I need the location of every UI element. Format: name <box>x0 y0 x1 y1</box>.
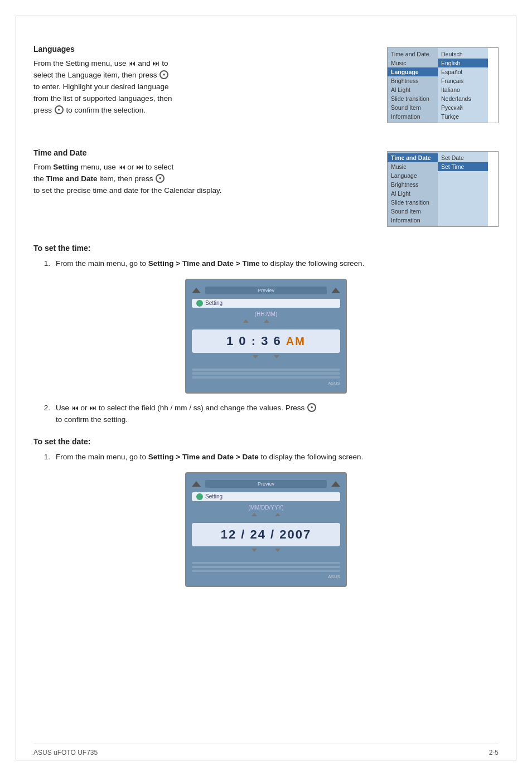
td-menu-left: Time and Date Music Language Brightness … <box>388 152 438 226</box>
date-setting-icon <box>196 493 203 500</box>
date-screen-container: Previev Setting (MM/DD/YYY) <box>33 472 499 587</box>
date-arrow-down-row <box>192 549 340 557</box>
date-step1-text-pre: From the main menu, go to <box>56 453 146 461</box>
prev-icon-2: ⏮ <box>118 163 125 171</box>
date-arrow-up-row <box>192 513 340 522</box>
time-value: 1 0 : 3 6 <box>226 334 282 348</box>
page-content: Languages From the Setting menu, use ⏮ a… <box>33 33 499 743</box>
date-asus-logo: ASUS <box>192 574 340 579</box>
timedate-menu-screenshot: Time and Date Music Language Brightness … <box>387 151 499 227</box>
step1-text-pre: From the main menu, go to <box>56 259 146 268</box>
menu-right-deutsch: Deutsch <box>438 50 488 59</box>
date-dim-line-1 <box>192 562 340 564</box>
screen-preview-label: Previev <box>205 287 327 294</box>
menu-right-francais: Français <box>438 76 488 85</box>
td-or: or <box>127 163 134 171</box>
time-screen-header: Previev <box>192 287 340 294</box>
step2-text-post: to confirm the setting. <box>56 415 128 424</box>
lang-body-and: and <box>138 59 151 67</box>
prev-icon-3: ⏮ <box>71 404 79 412</box>
menu-item-sound: Sound Item <box>388 103 438 112</box>
set-date-section: To set the date: 1. From the main menu, … <box>33 437 499 587</box>
menu-item-info: Information <box>388 112 438 121</box>
td-item: item, then press <box>99 174 153 183</box>
languages-text: Languages From the Setting menu, use ⏮ a… <box>33 45 370 123</box>
step1-text-post: to display the following screen. <box>262 259 364 268</box>
td-menu-item-info: Information <box>388 216 438 225</box>
date-display: 12 / 24 / 2007 <box>192 523 340 546</box>
time-h-down-arrow <box>253 355 258 358</box>
dim-line-1 <box>192 368 340 371</box>
menu-right-russian: Русский <box>438 103 488 112</box>
step2-number: 2. <box>33 402 50 426</box>
td-menu-right-8 <box>438 182 488 185</box>
date-step1-text-post: to display the following screen. <box>260 453 363 461</box>
set-time-step1: 1. From the main menu, go to Setting > T… <box>33 258 499 270</box>
time-arrow-down-row <box>192 355 340 364</box>
ok-icon-3 <box>156 174 165 183</box>
menu-right-turkce: Türkçe <box>438 112 488 121</box>
lang-body-line4: from the list of supported languages, th… <box>33 94 172 103</box>
languages-section: Languages From the Setting menu, use ⏮ a… <box>33 45 499 123</box>
td-menu-right-setdate: Set Date <box>438 153 488 162</box>
footer-right: 2-5 <box>489 749 499 756</box>
date-step1-number: 1. <box>33 452 50 463</box>
lang-body-line2: select the Language item, then press <box>33 71 157 79</box>
td-menu-right-settime: Set Time <box>438 162 488 171</box>
set-time-section: To set the time: 1. From the main menu, … <box>33 244 499 426</box>
td-menu-item-time: Time and Date <box>388 153 438 162</box>
step1-bold: Setting > Time and Date > Time <box>148 259 260 268</box>
footer-left: ASUS uFOTO UF735 <box>33 749 98 756</box>
td-menu-item-slidetrans: Slide transition <box>388 198 438 207</box>
set-date-step1: 1. From the main menu, go to Setting > T… <box>33 452 499 463</box>
date-dd-down <box>275 549 280 552</box>
menu-right-italiano: Italiano <box>438 85 488 94</box>
time-h-up-arrow <box>243 319 249 323</box>
next-icon: ⏭ <box>152 59 159 67</box>
date-dd-up <box>275 513 280 516</box>
border-top <box>16 16 516 16</box>
menu-right-nederlands: Nederlands <box>438 94 488 103</box>
date-step1-content: From the main menu, go to Setting > Time… <box>56 452 499 463</box>
menu-item-language: Language <box>388 67 438 76</box>
lang-body-line5: press <box>33 106 52 114</box>
next-icon-2: ⏭ <box>136 163 143 171</box>
step1-number: 1. <box>33 258 50 270</box>
set-time-step2: 2. Use ⏮ or ⏭ to select the field (hh / … <box>33 402 499 426</box>
lang-body-line3: to enter. Highlight your desired languag… <box>33 83 168 91</box>
languages-menu-box: Time and Date Music Language Brightness … <box>387 47 499 123</box>
dim-line-3 <box>192 376 340 379</box>
menu-item-brightness: Brightness <box>388 76 438 85</box>
timedate-title: Time and Date <box>33 148 370 157</box>
td-menu-item-allight: Al Light <box>388 189 438 198</box>
td-menu-item-language: Language <box>388 171 438 180</box>
td-timedate-bold: Time and Date <box>46 174 98 183</box>
td-the: the <box>33 174 44 183</box>
menu-right-col: Deutsch English Español Français Italian… <box>438 48 488 123</box>
border-right <box>516 16 516 760</box>
date-dim-line-3 <box>192 570 340 572</box>
date-dim-line-2 <box>192 566 340 568</box>
asus-logo: ASUS <box>192 381 340 386</box>
time-display: 1 0 : 3 6 AM <box>192 329 340 353</box>
td-menu-item-brightness: Brightness <box>388 180 438 189</box>
td-middle: menu, use <box>81 163 116 171</box>
step2-or: or <box>81 404 88 412</box>
lang-body-confirm: to confirm the selection. <box>66 106 146 114</box>
time-m-down-arrow <box>274 355 279 358</box>
languages-menu-screenshot: Time and Date Music Language Brightness … <box>387 47 499 123</box>
page-footer: ASUS uFOTO UF735 2-5 <box>33 744 499 756</box>
prev-icon: ⏮ <box>128 59 136 67</box>
step1-content: From the main menu, go to Setting > Time… <box>56 258 499 270</box>
time-arrow-up-row <box>192 319 340 328</box>
timedate-section: Time and Date From Setting menu, use ⏮ o… <box>33 148 499 227</box>
time-device-screen: Previev Setting (HH:MM) <box>185 279 347 394</box>
td-menu-item-music: Music <box>388 162 438 171</box>
menu-item-time: Time and Date <box>388 50 438 59</box>
border-left <box>16 16 16 760</box>
screen-arrow-up-left <box>192 288 201 293</box>
lang-body-line1: From the Setting menu, use <box>33 59 127 67</box>
time-m-up-arrow <box>264 319 269 323</box>
td-rest: to set the precise time and date for the… <box>33 186 221 195</box>
screen-arrow-up-right <box>331 288 340 293</box>
